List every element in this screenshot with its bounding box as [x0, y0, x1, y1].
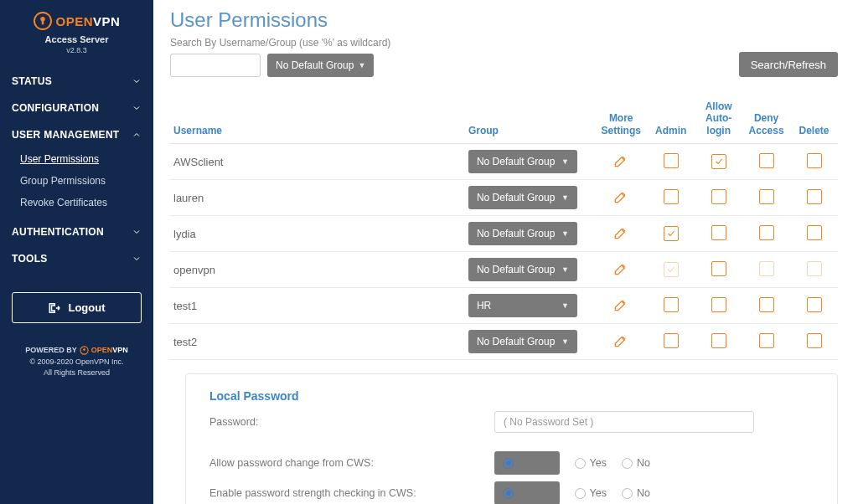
nav-section-configuration[interactable]: CONFIGURATION [0, 95, 153, 121]
checkbox[interactable] [807, 333, 822, 348]
group-select[interactable]: No Default Group ▼ [267, 54, 374, 77]
checkbox[interactable] [664, 333, 679, 348]
nav-label: TOOLS [12, 253, 48, 265]
radio-no[interactable]: No [622, 487, 650, 499]
radio-default[interactable]: Default [494, 451, 560, 475]
checkbox[interactable] [807, 297, 822, 312]
nav-section-authentication[interactable]: AUTHENTICATION [0, 219, 153, 245]
table-row: laurenNo Default Group▼ [170, 180, 838, 216]
brand-open: OPEN [56, 14, 94, 28]
col-autologin: Allow Auto-login [695, 95, 742, 144]
col-more: More Settings [595, 95, 647, 144]
main-content: User Permissions Search By Username/Grou… [153, 0, 858, 504]
checkbox[interactable] [807, 189, 822, 204]
group-select[interactable]: No Default Group▼ [468, 186, 577, 209]
nav-section-tools[interactable]: TOOLS [0, 245, 153, 272]
brand-vpn: VPN [93, 14, 120, 28]
password-field[interactable]: ( No Password Set ) [494, 411, 754, 433]
more-settings-button[interactable] [612, 339, 629, 352]
group-value: No Default Group [477, 156, 555, 167]
group-select[interactable]: No Default Group▼ [468, 330, 577, 353]
page-title: User Permissions [170, 8, 838, 32]
checkbox[interactable] [664, 226, 679, 241]
chevron-down-icon [132, 103, 142, 113]
nav-section-status[interactable]: STATUS [0, 68, 153, 95]
radio-yes[interactable]: Yes [575, 487, 607, 499]
sidebar-footer: POWERED BY OPENVPN © 2009-2020 OpenVPN I… [0, 345, 153, 379]
checkbox[interactable] [711, 333, 726, 348]
checkbox[interactable] [759, 153, 774, 168]
radio-default[interactable]: Default [494, 481, 560, 504]
checkbox[interactable] [807, 261, 822, 276]
checkbox[interactable] [664, 297, 679, 312]
search-input[interactable] [170, 54, 261, 77]
table-row: test2No Default Group▼ [170, 324, 838, 360]
checkbox[interactable] [807, 225, 822, 240]
checkbox[interactable] [664, 262, 679, 277]
local-password-heading: Local Password [209, 389, 814, 403]
nav-item-group-permissions[interactable]: Group Permissions [0, 170, 153, 192]
sidebar-nav: STATUS CONFIGURATION USER MANAGEMENT Use… [0, 68, 153, 272]
chevron-down-icon [132, 254, 142, 264]
allow-pw-change-label: Allow password change from CWS: [209, 457, 494, 469]
nav-item-user-permissions[interactable]: User Permissions [0, 148, 153, 170]
group-select[interactable]: No Default Group▼ [468, 222, 577, 245]
radio-no[interactable]: No [622, 457, 650, 469]
checkbox[interactable] [759, 225, 774, 240]
group-value: No Default Group [477, 228, 555, 239]
cell-username: AWSclient [170, 144, 465, 180]
cell-username: openvpn [170, 252, 465, 288]
group-select[interactable]: No Default Group▼ [468, 258, 577, 281]
table-row: openvpnNo Default Group▼ [170, 252, 838, 288]
nav-sub-user-management: User Permissions Group Permissions Revok… [0, 148, 153, 219]
search-refresh-button[interactable]: Search/Refresh [739, 52, 838, 77]
checkbox[interactable] [759, 261, 774, 276]
more-settings-button[interactable] [612, 303, 629, 316]
chevron-up-icon [132, 130, 142, 140]
rights: All Rights Reserved [0, 368, 153, 379]
user-settings-panel: Local Password Password: ( No Password S… [185, 373, 838, 504]
group-select[interactable]: No Default Group▼ [468, 150, 577, 173]
nav-label: STATUS [12, 75, 52, 87]
nav-label: CONFIGURATION [12, 102, 99, 114]
powered-by-label: POWERED BY [25, 345, 77, 357]
brand-logo: OPENVPN [34, 12, 121, 30]
checkbox[interactable] [759, 333, 774, 348]
edit-icon [612, 260, 629, 277]
radio-yes[interactable]: Yes [575, 457, 607, 469]
checkbox[interactable] [711, 154, 726, 169]
user-table: Username Group More Settings Admin Allow… [170, 95, 838, 360]
more-settings-button[interactable] [612, 159, 629, 172]
more-settings-button[interactable] [612, 231, 629, 244]
group-value: No Default Group [477, 336, 555, 347]
group-value: No Default Group [477, 192, 555, 203]
group-select[interactable]: HR▼ [468, 294, 577, 317]
col-deny: Deny Access [742, 95, 790, 144]
edit-icon [612, 224, 629, 241]
logout-button[interactable]: Logout [12, 292, 142, 323]
nav-section-user-management[interactable]: USER MANAGEMENT [0, 121, 153, 148]
openvpn-logo-icon [80, 346, 89, 355]
more-settings-button[interactable] [612, 195, 629, 208]
svg-point-4 [83, 348, 85, 351]
col-username: Username [170, 95, 465, 144]
table-row: lydiaNo Default Group▼ [170, 216, 838, 252]
checkbox[interactable] [807, 153, 822, 168]
dropdown-arrow-icon: ▼ [561, 193, 569, 202]
checkbox[interactable] [711, 261, 726, 276]
strength-check-label: Enable password strength checking in CWS… [209, 487, 494, 499]
more-settings-button[interactable] [612, 267, 629, 280]
checkbox[interactable] [664, 189, 679, 204]
checkbox[interactable] [759, 189, 774, 204]
dropdown-arrow-icon: ▼ [561, 229, 569, 238]
dropdown-arrow-icon: ▼ [561, 157, 569, 166]
copyright: © 2009-2020 OpenVPN Inc. [0, 357, 153, 368]
checkbox[interactable] [711, 225, 726, 240]
checkbox[interactable] [711, 297, 726, 312]
nav-item-revoke-certificates[interactable]: Revoke Certificates [0, 192, 153, 213]
checkbox[interactable] [664, 153, 679, 168]
checkbox[interactable] [711, 189, 726, 204]
cell-username: lydia [170, 216, 465, 252]
table-row: AWSclientNo Default Group▼ [170, 144, 838, 180]
checkbox[interactable] [759, 297, 774, 312]
